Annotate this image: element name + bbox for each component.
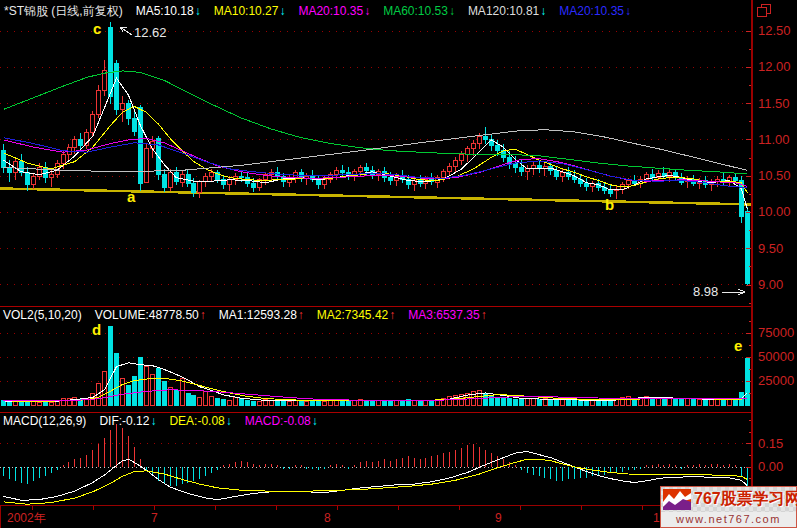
volume-legend-text: MA2:7345.42 bbox=[317, 308, 388, 322]
restore-window-icon[interactable] bbox=[756, 4, 772, 17]
time-axis-tick bbox=[215, 506, 216, 510]
macd-axis-label: 0.15 bbox=[758, 437, 795, 451]
trend-arrow-icon: ↓ bbox=[226, 414, 232, 428]
trend-arrow-icon: ↑ bbox=[200, 308, 206, 322]
volume-legend-item: VOLUME:48778.50↑ bbox=[95, 308, 206, 322]
volume-axis-label: 50000 bbox=[758, 350, 795, 364]
price-axis-label: 10.50 bbox=[758, 169, 795, 183]
price-axis-line bbox=[751, 0, 753, 506]
time-axis-tick bbox=[32, 506, 33, 510]
time-axis-label: 2002年 bbox=[7, 511, 46, 525]
annotation-b: b bbox=[605, 197, 614, 212]
volume-legend: VOL2(5,10,20)VOLUME:48778.50↑MA1:12593.2… bbox=[3, 308, 487, 322]
time-axis-tick bbox=[398, 506, 399, 510]
price-axis-label: 9.50 bbox=[758, 242, 795, 256]
trend-arrow-icon: ↓ bbox=[540, 4, 546, 18]
time-axis-label: 9 bbox=[495, 511, 502, 525]
price-legend-text: MA20:10.35 bbox=[298, 4, 363, 18]
trend-arrow-icon: ↓ bbox=[195, 4, 201, 18]
volume-legend-text: VOL2(5,10,20) bbox=[3, 308, 82, 322]
macd-legend-item: MACD:-0.08↓ bbox=[245, 414, 318, 428]
volume-axis-label: 25000 bbox=[758, 374, 795, 388]
price-ma-legend: *ST锦股 (日线,前复权)MA5:10.18↓MA10:10.27↓MA20:… bbox=[4, 4, 631, 18]
time-axis-tick bbox=[93, 506, 94, 510]
macd-legend-text: DIF:-0.12 bbox=[99, 414, 149, 428]
price-legend-text: MA120:10.81 bbox=[468, 4, 539, 18]
price-legend-item: MA5:10.18↓ bbox=[136, 4, 201, 18]
restore-square-front bbox=[757, 7, 767, 17]
price-axis-label: 12.00 bbox=[758, 60, 795, 74]
watermark: 767股票学习网 www.net767.com bbox=[660, 486, 797, 528]
volume-legend-text: MA1:12593.28 bbox=[219, 308, 297, 322]
volume-legend-text: MA3:6537.35 bbox=[408, 308, 479, 322]
trend-arrow-icon: ↓ bbox=[150, 414, 156, 428]
annotation-c: c bbox=[93, 21, 101, 36]
watermark-header: 767股票学习网 bbox=[661, 487, 796, 512]
time-axis-label: 7 bbox=[151, 511, 158, 525]
annotation-peak-price: 12.62 bbox=[134, 26, 167, 39]
time-axis-tick bbox=[520, 506, 521, 510]
trend-arrow-icon: ↓ bbox=[449, 4, 455, 18]
macd-axis-label: 0.00 bbox=[758, 460, 795, 474]
trend-arrow-icon: ↑ bbox=[481, 308, 487, 322]
volume-legend-item: MA1:12593.28↑ bbox=[219, 308, 304, 322]
volume-axis-label: 75000 bbox=[758, 326, 795, 340]
volume-legend-item: VOL2(5,10,20) bbox=[3, 308, 82, 322]
volume-legend-item: MA3:6537.35↑ bbox=[408, 308, 486, 322]
time-axis-tick bbox=[154, 506, 155, 510]
watermark-url: www.net767.com bbox=[661, 512, 796, 527]
price-legend-text: MA20:10.35 bbox=[559, 4, 624, 18]
price-legend-text: MA60:10.53 bbox=[383, 4, 448, 18]
time-axis-tick bbox=[459, 506, 460, 510]
price-legend-item: MA20:10.35↓ bbox=[298, 4, 370, 18]
stock-app-window: *ST锦股 (日线,前复权)MA5:10.18↓MA10:10.27↓MA20:… bbox=[0, 0, 797, 528]
watermark-title: 767股票学习网 bbox=[694, 489, 797, 510]
macd-legend-item: MACD(12,26,9) bbox=[3, 414, 86, 428]
trend-arrow-icon: ↓ bbox=[312, 414, 318, 428]
chart-canvas[interactable] bbox=[0, 0, 753, 506]
time-axis-label: 8 bbox=[324, 511, 331, 525]
price-panel[interactable] bbox=[0, 22, 752, 306]
trend-arrow-icon: ↑ bbox=[389, 308, 395, 322]
macd-legend: MACD(12,26,9)DIF:-0.12↓DEA:-0.08↓MACD:-0… bbox=[3, 414, 318, 428]
watermark-logo-icon bbox=[663, 489, 691, 510]
annotation-e: e bbox=[734, 338, 742, 353]
price-legend-text: MA5:10.18 bbox=[136, 4, 194, 18]
trend-arrow-icon: ↑ bbox=[298, 308, 304, 322]
price-legend-item: MA120:10.81↓ bbox=[468, 4, 546, 18]
macd-legend-text: MACD(12,26,9) bbox=[3, 414, 86, 428]
volume-panel[interactable] bbox=[0, 307, 752, 412]
price-legend-item: MA60:10.53↓ bbox=[383, 4, 455, 18]
price-axis-label: 11.00 bbox=[758, 133, 795, 147]
price-legend-item: MA10:10.27↓ bbox=[214, 4, 286, 18]
time-axis-tick bbox=[581, 506, 582, 510]
price-legend-text: *ST锦股 (日线,前复权) bbox=[4, 4, 123, 18]
price-legend-text: MA10:10.27 bbox=[214, 4, 279, 18]
annotation-low-price: 8.98 bbox=[693, 285, 718, 298]
macd-legend-item: DIF:-0.12↓ bbox=[99, 414, 156, 428]
macd-legend-item: DEA:-0.08↓ bbox=[169, 414, 231, 428]
price-axis-label: 12.50 bbox=[758, 24, 795, 38]
price-legend-item: MA20:10.35↓ bbox=[559, 4, 631, 18]
macd-legend-text: DEA:-0.08 bbox=[169, 414, 224, 428]
trend-arrow-icon: ↓ bbox=[625, 4, 631, 18]
annotation-a: a bbox=[127, 189, 135, 204]
annotation-d: d bbox=[92, 322, 101, 337]
time-axis-tick bbox=[642, 506, 643, 510]
price-axis-label: 11.50 bbox=[758, 97, 795, 111]
price-axis-label: 9.00 bbox=[758, 278, 795, 292]
time-axis-tick bbox=[337, 506, 338, 510]
time-axis-tick bbox=[276, 506, 277, 510]
volume-legend-text: VOLUME:48778.50 bbox=[95, 308, 199, 322]
volume-legend-item: MA2:7345.42↑ bbox=[317, 308, 395, 322]
price-legend-item: *ST锦股 (日线,前复权) bbox=[4, 4, 123, 18]
macd-legend-text: MACD:-0.08 bbox=[245, 414, 311, 428]
price-axis-label: 10.00 bbox=[758, 205, 795, 219]
trend-arrow-icon: ↓ bbox=[279, 4, 285, 18]
trend-arrow-icon: ↓ bbox=[364, 4, 370, 18]
